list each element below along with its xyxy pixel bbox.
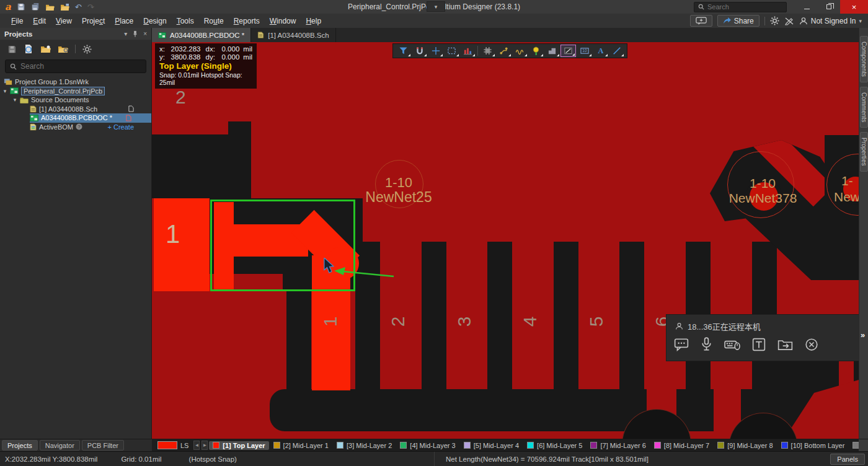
panel-tab-navigator[interactable]: Navigator <box>40 440 80 451</box>
project-options-icon[interactable] <box>58 45 68 53</box>
layer-tab-mechanical1[interactable]: Mechanical 1 <box>849 441 859 450</box>
menu-tools[interactable]: Tools <box>172 15 199 27</box>
file-transfer-icon[interactable] <box>777 338 793 351</box>
share-arrow-icon <box>723 17 731 24</box>
layer-tab-mid6[interactable]: [7] Mid-Layer 6 <box>587 441 649 450</box>
tree-item-activebom[interactable]: ActiveBOM ? + Create <box>0 123 151 132</box>
panel-tab-pcb-filter[interactable]: PCB Filter <box>82 440 124 451</box>
layer-tab-mid3[interactable]: [4] Mid-Layer 3 <box>396 441 459 450</box>
right-panel-strip: Components Comments Properties » <box>859 28 868 439</box>
tree-item-sch-doc[interactable]: [1] A0344008B.Sch <box>0 105 151 114</box>
tree-item-source-documents[interactable]: ▾ Source Documents <box>0 95 151 105</box>
panels-button[interactable]: Panels <box>830 454 865 465</box>
title-dropdown[interactable]: ▾ <box>427 1 445 12</box>
signin-label: Not Signed In <box>811 17 856 25</box>
wave-tune-icon[interactable] <box>512 45 528 57</box>
layer-tab-mid7[interactable]: [8] Mid-Layer 7 <box>650 441 713 450</box>
document-modified-icon <box>126 115 131 121</box>
menu-reports[interactable]: Reports <box>229 15 265 27</box>
via-icon[interactable] <box>528 45 544 57</box>
tab-pcbdoc[interactable]: A0344008B.PCBDOC * <box>152 28 251 42</box>
expand-icon[interactable]: ▾ <box>12 97 17 103</box>
line-tool-icon[interactable] <box>609 45 624 57</box>
panel-tab-projects[interactable]: Projects <box>2 440 38 451</box>
remote-input-icon[interactable] <box>724 338 740 351</box>
board-label: 2 <box>175 87 186 108</box>
compile-icon[interactable] <box>24 44 33 54</box>
finger-number: 5 <box>586 317 607 327</box>
tree-item-pcb-doc[interactable]: A0344008B.PCBDOC * <box>0 113 151 123</box>
end-session-icon[interactable] <box>805 338 818 351</box>
overlay-collapse-button[interactable]: » <box>861 330 865 340</box>
menu-design[interactable]: Design <box>138 15 171 27</box>
layer-tab-bottom[interactable]: [10] Bottom Layer <box>777 441 849 450</box>
expand-icon[interactable]: ▾ <box>2 88 7 94</box>
projects-search-input[interactable] <box>20 62 132 71</box>
pcb-canvas[interactable]: 2 1 1-10 NewNet25 1-10 NewNet378 1- NewN… <box>152 42 859 439</box>
layer-scroll-right[interactable]: ► <box>202 441 208 450</box>
menu-project[interactable]: Project <box>77 15 110 27</box>
text-tool-icon[interactable]: A <box>593 45 608 57</box>
component-icon[interactable] <box>480 45 495 57</box>
layer-set-button[interactable]: LS <box>154 441 192 450</box>
signin-button[interactable]: Not Signed In ▾ <box>799 17 862 25</box>
layer-tab-top[interactable]: [1] Top Layer <box>209 441 268 450</box>
pads-icon[interactable] <box>460 45 476 57</box>
share-button[interactable]: Share <box>717 15 760 27</box>
close-button[interactable]: × <box>840 0 868 14</box>
open-documents-icon[interactable] <box>40 45 51 53</box>
polygon-pour-icon[interactable] <box>544 45 560 57</box>
measure-icon[interactable] <box>560 45 576 57</box>
layer-tab-mid4[interactable]: [5] Mid-Layer 4 <box>460 441 523 450</box>
route-icon[interactable] <box>496 45 512 57</box>
save-project-icon[interactable] <box>7 45 17 54</box>
layer-tab-mid2[interactable]: [3] Mid-Layer 2 <box>333 441 396 450</box>
comment-button[interactable] <box>690 15 712 27</box>
search-input[interactable] <box>707 3 776 11</box>
pin-icon[interactable] <box>132 30 138 37</box>
undo-icon[interactable]: ↶ <box>75 2 82 12</box>
minimize-button[interactable] <box>795 0 818 14</box>
magnet-icon[interactable] <box>412 45 427 57</box>
gear-icon[interactable] <box>770 16 779 25</box>
chat-icon[interactable] <box>674 338 689 351</box>
microphone-icon[interactable] <box>701 337 712 351</box>
menu-route[interactable]: Route <box>199 15 229 27</box>
net-name-label: NewNet378 <box>727 191 799 205</box>
tab-components[interactable]: Components <box>860 36 868 82</box>
menu-help[interactable]: Help <box>301 15 326 27</box>
select-area-icon[interactable] <box>444 45 459 57</box>
text-transfer-icon[interactable] <box>752 338 766 351</box>
menu-view[interactable]: View <box>51 15 77 27</box>
menu-edit[interactable]: Edit <box>28 15 51 27</box>
open-project-icon[interactable] <box>60 3 69 11</box>
layer-tab-mid8[interactable]: [9] Mid-Layer 8 <box>714 441 776 450</box>
tree-item-group[interactable]: Project Group 1.DsnWrk <box>0 77 151 87</box>
save-all-icon[interactable] <box>31 2 40 11</box>
panel-close-icon[interactable]: × <box>143 30 147 37</box>
panel-dropdown-icon[interactable]: ▾ <box>124 30 127 37</box>
save-icon[interactable] <box>17 2 25 11</box>
annotate-off-icon[interactable] <box>784 17 794 25</box>
menu-window[interactable]: Window <box>265 15 301 27</box>
menu-file[interactable]: File <box>6 15 28 27</box>
tree-item-project[interactable]: ▾ Peripheral_Control.PrjPcb <box>0 87 151 96</box>
tab-properties[interactable]: Properties <box>860 132 868 172</box>
create-link[interactable]: + Create <box>108 123 135 131</box>
tab-schdoc[interactable]: [1] A0344008B.Sch <box>251 28 335 42</box>
titlebar-search[interactable] <box>694 2 787 12</box>
restore-button[interactable] <box>818 0 840 14</box>
layer-scroll-left[interactable]: ◄ <box>193 441 200 450</box>
layer-tab-mid1[interactable]: [2] Mid-Layer 1 <box>270 441 332 450</box>
dimension-icon[interactable]: 10 <box>577 45 592 57</box>
open-icon[interactable] <box>45 3 55 11</box>
layer-tab-mid5[interactable]: [6] Mid-Layer 5 <box>523 441 586 450</box>
projects-search[interactable] <box>5 59 146 73</box>
panel-settings-gear-icon[interactable] <box>82 45 92 54</box>
move-cross-icon[interactable] <box>428 45 443 57</box>
pad-1[interactable] <box>154 198 210 291</box>
menu-place[interactable]: Place <box>110 15 138 27</box>
board-slot <box>286 291 311 397</box>
tab-comments[interactable]: Comments <box>860 87 868 128</box>
filter-icon[interactable] <box>396 45 411 57</box>
